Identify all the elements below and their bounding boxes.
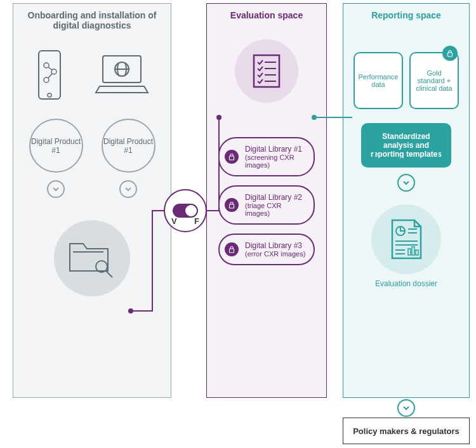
- folder-search-icon: [54, 220, 130, 296]
- report-document-icon: [371, 204, 441, 274]
- lock-icon: [225, 150, 239, 164]
- toggle-v-label: V: [171, 216, 177, 226]
- digital-library-3: Digital Library #3 (error CXR images): [218, 234, 315, 265]
- onboarding-panel: Onboarding and installation of digital d…: [13, 3, 171, 398]
- chevron-down-icon: [47, 180, 65, 198]
- svg-line-14: [106, 271, 112, 277]
- library-sub: (triage CXR images): [245, 202, 306, 217]
- evaluation-panel: Evaluation space Digital Library #1 (scr…: [206, 3, 327, 398]
- chevron-down-icon: [397, 174, 415, 192]
- digital-library-2: Digital Library #2 (triage CXR images): [218, 185, 315, 225]
- library-name: Digital Library #2: [245, 193, 302, 202]
- toggle-pill-icon: [173, 204, 198, 218]
- smartphone-icon: [34, 49, 65, 103]
- reporting-data-row: Performance data Gold standard + clinica…: [350, 52, 463, 109]
- svg-rect-30: [412, 247, 414, 255]
- device-icons-row: [20, 49, 164, 103]
- reporting-panel: Reporting space Performance data Gold st…: [343, 3, 470, 398]
- svg-rect-21: [230, 204, 234, 208]
- svg-rect-3: [39, 51, 60, 99]
- onboarding-title: Onboarding and installation of digital d…: [20, 10, 164, 30]
- vf-toggle[interactable]: V F: [164, 189, 207, 232]
- gold-standard-box: Gold standard + clinical data: [409, 52, 459, 109]
- svg-point-5: [44, 63, 49, 68]
- digital-product-2: Digital Product #1: [102, 119, 155, 173]
- svg-line-8: [48, 67, 52, 70]
- digital-product-1: Digital Product #1: [29, 119, 83, 173]
- performance-data-label: Performance data: [357, 73, 399, 88]
- reporting-title: Reporting space: [350, 10, 463, 20]
- evaluation-title: Evaluation space: [213, 10, 320, 20]
- chevron-down-icon: [119, 180, 137, 198]
- digital-library-1: Digital Library #1 (screening CXR images…: [218, 137, 315, 176]
- lock-icon: [442, 46, 458, 61]
- lock-icon: [225, 198, 239, 212]
- library-sub: (screening CXR images): [245, 154, 306, 169]
- chevron-down-icon: [397, 399, 415, 417]
- product-circles-row: Digital Product #1 Digital Product #1: [20, 119, 164, 173]
- svg-rect-22: [230, 249, 234, 253]
- library-name: Digital Library #1: [245, 145, 302, 154]
- performance-data-box: Performance data: [354, 52, 403, 109]
- gold-standard-label: Gold standard + clinical data: [413, 69, 455, 92]
- toggle-f-label: F: [194, 216, 199, 226]
- svg-rect-29: [408, 249, 411, 255]
- svg-line-9: [48, 74, 52, 78]
- svg-rect-15: [254, 55, 279, 87]
- product-chevrons: [20, 180, 164, 198]
- standardized-templates-box: Standardized analysis and reporting temp…: [361, 123, 451, 168]
- policy-makers-box: Policy makers & regulators: [343, 418, 470, 444]
- svg-point-4: [48, 93, 51, 97]
- laptop-icon: [93, 49, 150, 103]
- svg-point-6: [51, 69, 56, 74]
- svg-point-7: [44, 77, 49, 82]
- svg-rect-20: [230, 156, 234, 160]
- checklist-icon: [235, 39, 298, 103]
- evaluation-dossier-label: Evaluation dossier: [350, 279, 463, 288]
- svg-rect-31: [416, 250, 418, 255]
- library-sub: (error CXR images): [245, 250, 306, 258]
- library-name: Digital Library #3: [245, 241, 302, 250]
- lock-icon: [225, 242, 239, 256]
- svg-rect-23: [448, 53, 453, 56]
